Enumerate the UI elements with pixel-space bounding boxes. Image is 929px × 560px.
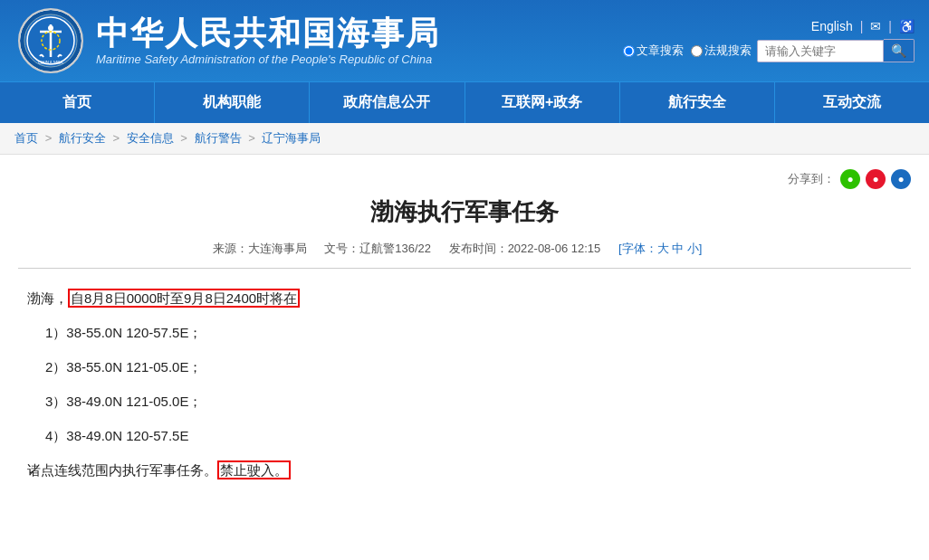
english-link[interactable]: English bbox=[811, 19, 853, 33]
search-button[interactable]: 🔍 bbox=[884, 39, 915, 62]
svg-text:CHINA MSA: CHINA MSA bbox=[38, 60, 63, 65]
search-input[interactable] bbox=[757, 40, 884, 62]
accessibility-icon[interactable]: ♿ bbox=[899, 19, 915, 33]
search-box: 🔍 bbox=[757, 39, 915, 62]
logo-svg: CHINA MSA bbox=[24, 14, 78, 68]
nav-interact[interactable]: 互动交流 bbox=[775, 82, 929, 123]
body-highlight1: 自8月8日0000时至9月8日2400时将在 bbox=[68, 289, 300, 308]
share-bar: 分享到： ● ● ● bbox=[18, 169, 911, 189]
article-para-intro: 渤海，自8月8日0000时至9月8日2400时将在 bbox=[27, 285, 902, 312]
body-intro-text: 渤海， bbox=[27, 290, 68, 306]
breadcrumb-home[interactable]: 首页 bbox=[14, 131, 38, 145]
header-right-panel: English | ✉ | ♿ 文章搜索 法规搜索 🔍 bbox=[623, 19, 929, 62]
coord-line-2: 2）38-55.0N 121-05.0E； bbox=[45, 354, 902, 381]
arrow2: > bbox=[112, 131, 122, 145]
radio-article[interactable]: 文章搜索 bbox=[623, 43, 684, 59]
share-label: 分享到： bbox=[788, 171, 835, 187]
article-para-end: 诸点连线范围内执行军事任务。禁止驶入。 bbox=[27, 457, 902, 484]
body-highlight2: 禁止驶入。 bbox=[217, 460, 291, 479]
breadcrumb-safety[interactable]: 航行安全 bbox=[59, 131, 106, 145]
radio-law-input[interactable] bbox=[691, 45, 703, 57]
article-title: 渤海执行军事任务 bbox=[18, 196, 911, 228]
radio-article-label: 文章搜索 bbox=[637, 43, 684, 59]
search-type-radios: 文章搜索 法规搜索 bbox=[623, 43, 752, 59]
article-font-ctrl[interactable]: [字体：大 中 小] bbox=[618, 242, 702, 255]
radio-law-label: 法规搜索 bbox=[704, 43, 752, 59]
breadcrumb: 首页 > 航行安全 > 安全信息 > 航行警告 > 辽宁海事局 bbox=[0, 123, 929, 155]
coord-line-3: 3）38-49.0N 121-05.0E； bbox=[45, 388, 902, 415]
header-top-links: English | ✉ | ♿ bbox=[811, 19, 915, 33]
main-nav: 首页 机构职能 政府信息公开 互联网+政务 航行安全 互动交流 bbox=[0, 81, 929, 123]
nav-org[interactable]: 机构职能 bbox=[155, 82, 310, 123]
site-sub-title: Maritime Safety Administration of the Pe… bbox=[96, 52, 440, 66]
nav-internet[interactable]: 互联网+政务 bbox=[465, 82, 620, 123]
coord-line-1: 1）38-55.0N 120-57.5E； bbox=[45, 319, 902, 346]
coord-line-4: 4）38-49.0N 120-57.5E bbox=[45, 422, 902, 450]
site-main-title: 中华人民共和国海事局 bbox=[96, 15, 440, 52]
breadcrumb-safety-info[interactable]: 安全信息 bbox=[127, 131, 174, 145]
radio-article-input[interactable] bbox=[623, 45, 635, 57]
body-end-text: 诸点连线范围内执行军事任务。 bbox=[27, 462, 217, 478]
article-meta: 来源：大连海事局 文号：辽航警136/22 发布时间：2022-08-06 12… bbox=[18, 241, 911, 269]
nav-home[interactable]: 首页 bbox=[0, 82, 155, 123]
arrow1: > bbox=[45, 131, 55, 145]
site-title-group: 中华人民共和国海事局 Maritime Safety Administratio… bbox=[96, 15, 440, 67]
nav-safety[interactable]: 航行安全 bbox=[620, 82, 775, 123]
article-publish-time: 发布时间：2022-08-06 12:15 bbox=[449, 242, 601, 255]
share-weibo-icon[interactable]: ● bbox=[866, 169, 886, 189]
sep1: | bbox=[860, 19, 864, 33]
nav-govinfo[interactable]: 政府信息公开 bbox=[310, 82, 464, 123]
svg-point-4 bbox=[48, 25, 53, 31]
logo-emblem: CHINA MSA bbox=[18, 8, 83, 73]
radio-law[interactable]: 法规搜索 bbox=[691, 43, 752, 59]
article-source: 来源：大连海事局 bbox=[213, 242, 307, 255]
breadcrumb-liaoning[interactable]: 辽宁海事局 bbox=[262, 131, 321, 145]
arrow4: > bbox=[248, 131, 258, 145]
email-icon[interactable]: ✉ bbox=[870, 19, 881, 33]
content-area: 分享到： ● ● ● 渤海执行军事任务 来源：大连海事局 文号：辽航警136/2… bbox=[0, 155, 929, 506]
article-body: 渤海，自8月8日0000时至9月8日2400时将在 1）38-55.0N 120… bbox=[18, 285, 911, 484]
logo-area: CHINA MSA 中华人民共和国海事局 Maritime Safety Adm… bbox=[0, 8, 623, 73]
search-area: 文章搜索 法规搜索 🔍 bbox=[623, 39, 915, 62]
share-other-icon[interactable]: ● bbox=[891, 169, 911, 189]
arrow3: > bbox=[180, 131, 190, 145]
article-docno: 文号：辽航警136/22 bbox=[324, 242, 431, 255]
site-header: CHINA MSA 中华人民共和国海事局 Maritime Safety Adm… bbox=[0, 0, 929, 81]
share-wechat-icon[interactable]: ● bbox=[840, 169, 860, 189]
sep2: | bbox=[888, 19, 892, 33]
breadcrumb-nav-warning[interactable]: 航行警告 bbox=[195, 131, 242, 145]
